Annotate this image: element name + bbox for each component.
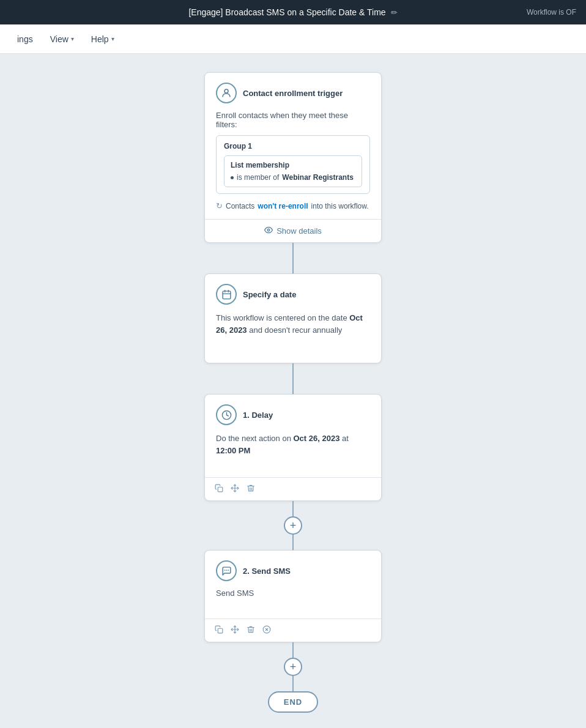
sms-spacer xyxy=(205,606,381,618)
nav-bar: ings View ▾ Help ▾ xyxy=(0,24,586,54)
delay-date: Oct 26, 2023 xyxy=(293,434,339,443)
eye-icon xyxy=(264,226,273,236)
filter-group-label: Group 1 xyxy=(224,142,362,150)
delay-prefix: Do the next action on xyxy=(216,434,291,443)
sms-card-title: 2. Send SMS xyxy=(243,566,291,576)
delay-time: 12:00 PM xyxy=(216,446,250,455)
top-bar: [Engage] Broadcast SMS on a Specific Dat… xyxy=(0,0,586,24)
delay-card-title: 1. Delay xyxy=(243,410,273,420)
delay-at: at xyxy=(342,434,349,443)
nav-item-help[interactable]: Help ▾ xyxy=(84,29,122,49)
calendar-icon xyxy=(216,284,237,305)
bullet-icon xyxy=(231,176,234,179)
reenroll-text-after: into this workflow. xyxy=(311,202,369,210)
date-card: Specify a date This workflow is centered… xyxy=(204,273,382,363)
show-details-button[interactable]: Show details xyxy=(205,219,381,242)
connector-bottom-2 xyxy=(292,676,294,691)
chevron-down-icon: ▾ xyxy=(111,35,114,42)
sms-description: Send SMS xyxy=(216,589,254,598)
filter-item: is member of Webinar Registrants xyxy=(231,173,355,182)
date-card-spacer xyxy=(205,344,381,363)
delay-card-header: 1. Delay xyxy=(216,404,370,425)
svg-rect-7 xyxy=(218,487,223,492)
end-label: END xyxy=(284,697,302,707)
add-step-button-2[interactable]: + xyxy=(284,658,302,676)
connector-top xyxy=(292,501,294,516)
reenroll-link[interactable]: won't re-enroll xyxy=(258,202,308,210)
delay-icon xyxy=(216,404,237,425)
nav-item-settings[interactable]: ings xyxy=(10,29,40,49)
trigger-card-body: Contact enrollment trigger Enroll contac… xyxy=(205,73,381,219)
filter-box-title: List membership xyxy=(231,161,355,169)
filter-group: Group 1 List membership is member of Web… xyxy=(216,135,370,194)
reenroll-icon: ↻ xyxy=(216,201,223,210)
nav-settings-label: ings xyxy=(17,34,33,44)
connector-bottom xyxy=(292,535,294,550)
delete-icon[interactable] xyxy=(245,483,256,496)
nav-item-view[interactable]: View ▾ xyxy=(43,29,81,49)
date-card-body: Specify a date This workflow is centered… xyxy=(205,274,381,344)
chevron-down-icon: ▾ xyxy=(71,35,74,42)
sms-icon xyxy=(216,560,237,581)
contact-enrollment-icon xyxy=(216,83,237,103)
connector-top-2 xyxy=(292,642,294,658)
delay-toolbar xyxy=(205,477,381,500)
move-icon[interactable] xyxy=(229,483,240,496)
connector-plus-2: + xyxy=(284,642,302,691)
date-description-prefix: This workflow is centered on the date xyxy=(216,313,347,322)
delay-card: 1. Delay Do the next action on Oct 26, 2… xyxy=(204,394,382,501)
delay-spacer xyxy=(205,465,381,477)
svg-rect-10 xyxy=(218,628,223,633)
filter-item-prefix: is member of xyxy=(237,173,279,182)
trigger-card-title: Contact enrollment trigger xyxy=(243,89,343,98)
date-card-header: Specify a date xyxy=(216,284,370,305)
sms-card: 2. Send SMS Send SMS xyxy=(204,550,382,642)
sms-card-description: Send SMS xyxy=(216,589,370,598)
sms-card-body: 2. Send SMS Send SMS xyxy=(205,551,381,606)
nav-view-label: View xyxy=(50,34,69,44)
show-details-label: Show details xyxy=(276,226,322,236)
copy-icon-sms[interactable] xyxy=(213,624,224,637)
end-node: END xyxy=(268,691,318,713)
date-card-title: Specify a date xyxy=(243,290,296,299)
delay-card-body: 1. Delay Do the next action on Oct 26, 2… xyxy=(205,395,381,465)
connector-1 xyxy=(292,243,294,273)
workflow-status: Workflow is OF xyxy=(527,8,576,17)
move-icon-sms[interactable] xyxy=(229,624,240,637)
filter-item-value: Webinar Registrants xyxy=(282,173,353,182)
sms-toolbar xyxy=(205,618,381,642)
workflow-title: [Engage] Broadcast SMS on a Specific Dat… xyxy=(188,7,385,17)
svg-rect-2 xyxy=(223,291,231,299)
connector-plus-1: + xyxy=(284,501,302,550)
copy-icon[interactable] xyxy=(213,483,224,496)
sms-card-header: 2. Send SMS xyxy=(216,560,370,581)
top-bar-title-area: [Engage] Broadcast SMS on a Specific Dat… xyxy=(188,7,397,17)
delete-icon-sms[interactable] xyxy=(245,624,256,637)
reenroll-row: ↻ Contacts won't re-enroll into this wor… xyxy=(216,201,370,210)
edit-icon[interactable]: ✏ xyxy=(391,8,398,17)
trigger-card: Contact enrollment trigger Enroll contac… xyxy=(204,72,382,243)
date-card-description: This workflow is centered on the date Oc… xyxy=(216,312,370,336)
add-step-button-1[interactable]: + xyxy=(284,516,302,535)
connector-2 xyxy=(292,363,294,394)
trigger-card-header: Contact enrollment trigger xyxy=(216,83,370,103)
reenroll-text-before: Contacts xyxy=(226,202,254,210)
filter-box: List membership is member of Webinar Reg… xyxy=(224,155,362,187)
svg-point-0 xyxy=(224,89,228,93)
date-description-suffix: and doesn't recur annually xyxy=(249,325,342,335)
nav-help-label: Help xyxy=(91,34,109,44)
trash-icon-sms[interactable] xyxy=(261,624,272,637)
svg-point-1 xyxy=(267,229,270,231)
trigger-card-subtitle: Enroll contacts when they meet these fil… xyxy=(216,111,370,129)
workflow-canvas: Contact enrollment trigger Enroll contac… xyxy=(0,54,586,728)
delay-card-description: Do the next action on Oct 26, 2023 at 12… xyxy=(216,433,370,456)
